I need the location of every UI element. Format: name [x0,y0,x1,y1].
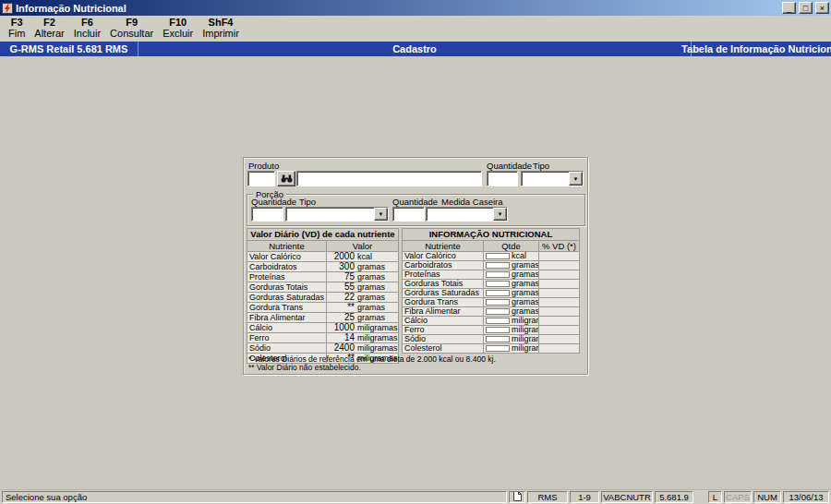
qtde-input[interactable] [486,262,510,269]
nutrient-name: Cálcio [247,323,327,333]
nutrient-name: Gorduras Saturadas [403,289,484,298]
toolbar-button[interactable]: F2 Alterar [30,17,68,39]
status-record-range: 1-9 [570,491,599,503]
vd-percent-value [539,280,580,289]
nutrient-value: 22 [329,293,355,301]
toolbar-button[interactable]: F9 Consultar [105,17,158,39]
product-search-button[interactable] [277,171,295,186]
porcao-tipo-select[interactable]: ▼ [285,207,389,222]
qtde-input[interactable] [486,290,510,296]
vd-percent-value [539,344,580,354]
minimize-button[interactable]: _ [782,2,796,14]
chevron-down-icon[interactable]: ▼ [374,208,388,221]
qtde-input[interactable] [486,345,510,352]
produto-code-input[interactable] [247,171,275,186]
nutrient-value: 300 [329,262,355,270]
nutrition-form-panel: Produto Quantidade Tipo ▼ Porção Quan [243,157,588,375]
nutrient-unit: gramas [512,270,539,280]
produto-description-field[interactable] [296,171,482,186]
porcao-quantidade-input[interactable] [251,207,283,222]
nutrient-unit: gramas [512,280,539,289]
porcao-quantidade2-input[interactable] [392,207,425,222]
info-table: INFORMAÇÃO NUTRICIONAL Nutriente Qtde % … [402,228,580,354]
nutrient-name: Cálcio [403,317,484,326]
nutrient-name: Ferro [247,333,327,343]
qtde-input[interactable] [486,299,510,306]
nutrient-unit: gramas [357,293,385,302]
nutrient-name: Gorduras Totais [247,282,327,293]
nutrient-unit: gramas [357,282,385,292]
toolbar-button-label: Consultar [110,28,153,39]
toolbar-button-key: F2 [43,17,55,28]
titlebar: Informação Nutricional _ □ × [0,0,831,16]
nutrient-name: Carboidratos [403,261,484,270]
nutrient-unit: miligramas [357,333,398,342]
quantidade-label: Quantidade [487,161,532,171]
nutrient-name: Carboidratos [247,262,327,272]
header-bar: G-RMS Retail 5.681 RMS Cadastro Tabela d… [0,42,831,56]
qtde-input[interactable] [486,271,510,278]
qtde-input[interactable] [486,336,510,342]
toolbar-button[interactable]: F10 Excluir [158,17,198,39]
qtde-input[interactable] [486,253,510,259]
nutrient-name: Valor Calórico [247,252,327,262]
info-table-row: Proteínas gramas [403,270,580,280]
qtde-input[interactable] [486,281,510,287]
info-table-row: Gordura Trans gramas [403,298,580,307]
qtde-input[interactable] [486,308,510,315]
status-scroll-lock: L [708,491,722,503]
porcao-groupbox: Porção Quantidade Tipo ▼ Quantidade Medi… [247,194,585,226]
nutrient-unit: gramas [357,303,385,312]
toolbar-button[interactable]: ShF4 Imprimir [198,17,244,39]
nutrient-value: 2000 [329,252,355,260]
vd-percent-value [539,289,580,298]
toolbar-button-label: Excluir [163,28,193,39]
toolbar-button-key: F10 [169,17,187,28]
nutrient-unit: miligramas [512,335,539,344]
status-bar: Selecione sua opção RMS 1-9 VABCNUTR 5.6… [0,489,831,504]
nutrient-name: Sódio [247,343,327,354]
nutrient-name: Gordura Trans [247,303,327,313]
nutrient-value: 1000 [329,323,355,331]
tipo-select-value [522,172,569,186]
vd-table-row: Proteínas 75gramas [247,272,399,282]
toolbar-button-key: F3 [11,17,23,28]
porcao-quantidade-label: Quantidade [251,197,296,207]
vd-col-nutriente: Nutriente [247,241,327,252]
vd-percent-value [539,261,580,270]
nutrient-unit: miligramas [357,343,398,353]
toolbar-button[interactable]: F3 Fim [4,17,30,39]
quantidade-input[interactable] [487,171,518,186]
porcao-tipo-select-value [286,208,374,221]
nutrient-name: Colesterol [403,344,484,354]
vd-table-row: Ferro 14miligramas [247,333,399,343]
info-col-qtde: Qtde [484,241,539,252]
medida-caseira-select-value [427,208,493,221]
qtde-input[interactable] [486,327,510,333]
vd-table-row: Gordura Trans **gramas [247,303,399,313]
nutrient-unit: miligramas [357,323,398,332]
vd-percent-value [539,252,580,261]
header-screen-title: Tabela de Informação Nutricional [691,42,831,56]
maximize-button[interactable]: □ [799,2,813,14]
info-table-row: Colesterol miligramas [403,344,580,354]
close-button[interactable]: × [815,2,829,14]
function-toolbar: F3 Fim F2 Alterar F6 Incluir F9 Consulta… [0,16,831,42]
porcao-quantidade2-label: Quantidade [392,197,438,207]
binoculars-icon [281,172,293,186]
qtde-input[interactable] [486,318,510,324]
medida-caseira-select[interactable]: ▼ [426,207,508,222]
chevron-down-icon[interactable]: ▼ [569,172,583,186]
vd-table-row: Sódio 2400miligramas [247,343,399,354]
info-col-vd: % VD (*) [539,241,580,252]
toolbar-button[interactable]: F6 Incluir [69,17,105,39]
info-col-nutriente: Nutriente [403,241,484,252]
nutrient-value: 14 [329,333,355,342]
chevron-down-icon[interactable]: ▼ [493,208,507,221]
toolbar-button-key: ShF4 [209,17,234,28]
vd-table-row: Cálcio 1000miligramas [247,323,399,333]
nutrient-value: 75 [329,272,355,281]
tipo-select[interactable]: ▼ [521,171,584,186]
nutrient-name: Proteínas [403,270,484,280]
nutrient-name: Gorduras Saturadas [247,293,327,303]
